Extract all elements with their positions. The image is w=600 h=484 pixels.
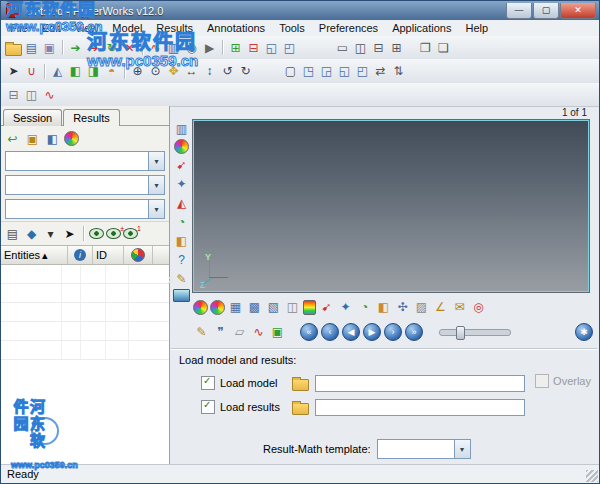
close-button[interactable]: ✕ [560,3,596,19]
play-button[interactable]: ▶ [363,323,381,341]
curve-editor-icon[interactable]: ∿ [41,86,58,103]
load-results-checkbox[interactable] [201,400,215,414]
isolate-eye-icon[interactable]: 1 [123,228,138,239]
pick-cursor-icon[interactable]: ➤ [61,225,78,242]
step-forward-button[interactable]: › [384,323,402,341]
menu-file[interactable]: File [3,21,35,35]
window-split-vertical-icon[interactable]: ⊟ [370,39,387,56]
entities-list[interactable] [1,265,169,465]
menu-model[interactable]: Model [105,21,149,35]
chevron-down-icon[interactable] [148,200,164,218]
record-video-icon[interactable]: ▶ [201,39,218,56]
select-arrow-icon[interactable]: ➤ [5,63,22,80]
note-icon[interactable]: ✉ [451,299,468,316]
zoom-icon[interactable]: ⊕ [129,63,146,80]
slider-thumb[interactable] [456,326,465,340]
model-file-input[interactable] [315,375,525,392]
open-model-icon[interactable] [5,44,22,56]
iso-plot-icon[interactable]: ◔ [356,299,373,316]
pan-hand-icon[interactable]: ✥ [165,63,182,80]
refresh-session-icon[interactable]: ↻ [103,39,120,56]
shape-annotation-icon[interactable]: ▱ [231,324,248,341]
result-math-combo[interactable] [377,439,471,459]
vector-plot-icon[interactable]: ➹ [318,299,335,316]
tab-results[interactable]: Results [63,109,120,126]
menu-help[interactable]: Help [458,21,495,35]
window-page-prev-icon[interactable]: ◲ [318,63,335,80]
tab-session[interactable]: Session [3,109,62,126]
browse-model-button[interactable] [291,375,310,391]
window-cascade-icon[interactable]: ◰ [354,63,371,80]
menu-applications[interactable]: Applications [385,21,458,35]
animation-settings-button[interactable]: ✱ [575,323,593,341]
model-viewport[interactable]: Y X Z [193,120,589,292]
vector-panel-icon[interactable]: ➹ [173,156,190,173]
screen-capture-icon[interactable] [173,289,190,302]
maximize-button[interactable]: ▢ [533,3,559,19]
panel-area-toggle-icon[interactable]: ⊟ [5,86,22,103]
delete-page-icon[interactable]: ⊟ [245,39,262,56]
session-folder-icon[interactable]: ▣ [24,130,41,147]
section-cut-panel-icon[interactable]: ◧ [173,232,190,249]
deformed-panel-icon[interactable]: ◭ [173,194,190,211]
exploded-view-icon[interactable]: ✣ [394,299,411,316]
measure-icon[interactable]: ∠ [432,299,449,316]
curve-plot-icon[interactable]: ∿ [147,39,164,56]
paste-window-icon[interactable]: ❏ [435,39,452,56]
session-back-icon[interactable]: ↩ [4,130,21,147]
toggle-visibility-eye-icon[interactable]: ± [106,228,121,239]
menu-view[interactable]: View [68,21,106,35]
menu-tools[interactable]: Tools [272,21,312,35]
rotate-ccw-icon[interactable]: ↺ [219,63,236,80]
tensor-panel-icon[interactable]: ✦ [173,175,190,192]
right-view-icon[interactable]: ◨ [85,63,102,80]
color-column-header[interactable] [124,246,153,264]
rotate-cw-icon[interactable]: ↻ [237,63,254,80]
section-cut-icon[interactable]: ◧ [375,299,392,316]
menu-preferences[interactable]: Preferences [312,21,385,35]
id-column-header[interactable]: ID [93,246,124,264]
discard-icon[interactable]: ✕ [121,39,138,56]
capture-image-icon[interactable]: ◉ [183,39,200,56]
import-icon[interactable]: ➔ [67,39,84,56]
chevron-down-icon[interactable] [148,152,164,170]
iso-view-icon[interactable]: ◭ [49,63,66,80]
report-icon[interactable]: ▥ [165,39,182,56]
legend-edit-icon[interactable]: ✎ [193,324,210,341]
chevron-down-icon[interactable] [454,440,470,458]
translate-horizontal-icon[interactable]: ↔ [183,63,200,80]
resize-grip[interactable] [586,470,598,482]
window-quad-icon[interactable]: ⊞ [388,39,405,56]
info-column-header[interactable]: i [68,246,93,264]
snap-icon[interactable]: ∪ [23,63,40,80]
chevron-down-icon[interactable] [148,176,164,194]
menu-edit[interactable]: Edit [35,21,68,35]
tensor-plot-icon[interactable]: ✦ [337,299,354,316]
object-tracking-icon[interactable]: ◎ [470,299,487,316]
image-overlay-icon[interactable]: ▣ [269,324,286,341]
play-reverse-button[interactable]: ◀ [342,323,360,341]
entity-filter-dropdown-icon[interactable]: ▾ [42,225,59,242]
entities-column-header[interactable]: Entities ▴ [1,246,68,264]
export-icon[interactable]: ➔ [85,39,102,56]
shaded-model-icon[interactable]: ▩ [246,299,263,316]
translate-vertical-icon[interactable]: ↕ [201,63,218,80]
show-all-eye-icon[interactable] [89,228,104,239]
entity-filter-icon[interactable]: ◆ [23,225,40,242]
curve-overlay-icon[interactable]: ∿ [250,324,267,341]
browser-toggle-icon[interactable]: ◫ [23,86,40,103]
window-split-horizontal-icon[interactable]: ◫ [352,39,369,56]
mirror-model-icon[interactable]: ◫ [284,299,301,316]
last-frame-button[interactable]: » [405,323,423,341]
animation-slider[interactable] [439,329,511,336]
contour-plot-icon[interactable] [303,300,316,315]
results-browser-icon[interactable]: ▥ [173,120,190,137]
page-layout-single-icon[interactable]: ◱ [263,39,280,56]
browse-results-button[interactable] [291,399,310,415]
render-style-icon[interactable] [193,300,208,315]
results-file-input[interactable] [315,399,525,416]
swap-windows-icon[interactable]: ⇄ [372,63,389,80]
mask-elements-icon[interactable]: ▨ [413,299,430,316]
page-layout-grid-icon[interactable]: ◰ [281,39,298,56]
add-page-icon[interactable]: ⊞ [227,39,244,56]
